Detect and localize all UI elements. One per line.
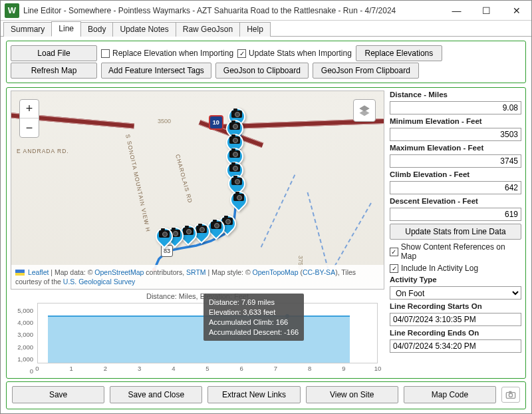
view-on-site-button[interactable]: View on Site bbox=[306, 386, 398, 403]
tab-help[interactable]: Help bbox=[239, 22, 271, 37]
update-stats-on-import-label: Update Stats when Importing bbox=[249, 49, 352, 58]
tab-body[interactable]: Body bbox=[80, 22, 113, 37]
zoom-in-button[interactable]: + bbox=[20, 100, 39, 118]
elevation-chart[interactable]: Distance: Miles, Elevation: Feet 01,0002… bbox=[11, 292, 384, 375]
load-file-button[interactable]: Load File bbox=[11, 45, 97, 61]
replace-elev-on-import-label: Replace Elevation when Importing bbox=[112, 49, 233, 58]
replace-elev-on-import-checkbox[interactable]: Replace Elevation when Importing bbox=[101, 49, 233, 58]
titlebar: W Line Editor - Somewhere - Pointless Wa… bbox=[1, 1, 531, 21]
map-code-button[interactable]: Map Code bbox=[404, 386, 496, 403]
max-elev-input[interactable] bbox=[390, 154, 521, 168]
tab-summary[interactable]: Summary bbox=[3, 22, 52, 37]
tab-line[interactable]: Line bbox=[51, 21, 81, 37]
add-feature-tags-button[interactable]: Add Feature Intersect Tags bbox=[101, 63, 211, 79]
svg-point-2 bbox=[509, 393, 512, 397]
layers-button[interactable] bbox=[353, 99, 376, 122]
road-label-sonoita: S SONOITA MOUNTAIN VIEW H bbox=[124, 134, 152, 233]
usgs-link[interactable]: U.S. Geological Survey bbox=[63, 278, 136, 286]
app-window: W Line Editor - Somewhere - Pointless Wa… bbox=[0, 0, 532, 414]
starts-on-input[interactable] bbox=[390, 313, 521, 326]
license-link[interactable]: CC-BY-SA bbox=[303, 268, 335, 276]
bottom-bar: Save Save and Close Extract New Links Vi… bbox=[6, 381, 526, 409]
activity-type-select[interactable]: On Foot bbox=[390, 286, 521, 300]
tab-raw-geojson[interactable]: Raw GeoJson bbox=[176, 22, 240, 37]
distance-label: Distance - Miles bbox=[390, 91, 521, 99]
map-attribution: Leaflet | Map data: © OpenStreetMap cont… bbox=[11, 265, 384, 289]
include-log-checkbox[interactable]: ✓Include In Activity Log bbox=[390, 264, 521, 273]
srtm-link[interactable]: SRTM bbox=[186, 268, 206, 276]
stats-panel: Distance - Miles Minimum Elevation - Fee… bbox=[390, 91, 521, 375]
extract-links-button[interactable]: Extract New Links bbox=[207, 386, 300, 403]
maximize-button[interactable]: ☐ bbox=[471, 1, 501, 20]
tab-strip: SummaryLineBodyUpdate NotesRaw GeoJsonHe… bbox=[1, 21, 531, 37]
svg-rect-3 bbox=[509, 391, 511, 393]
main-frame: 10 E ANDRADA RD. S SONOITA MOUNTAIN VIEW… bbox=[6, 87, 526, 379]
show-refs-checkbox[interactable]: ✓Show Content References on Map bbox=[390, 242, 521, 261]
flag-icon bbox=[15, 270, 25, 276]
min-elev-input[interactable] bbox=[390, 128, 521, 141]
climb-elev-input[interactable] bbox=[390, 181, 521, 194]
descent-elev-label: Descent Elevation - Feet bbox=[390, 197, 521, 205]
geojson-from-clipboard-button[interactable]: GeoJson From Clipboard bbox=[313, 63, 419, 79]
update-stats-button[interactable]: Update Stats from Line Data bbox=[390, 224, 521, 240]
photo-marker[interactable] bbox=[230, 191, 247, 214]
minimize-button[interactable]: — bbox=[442, 1, 471, 20]
screenshot-icon[interactable] bbox=[501, 387, 520, 403]
update-stats-on-import-checkbox[interactable]: ✓ Update Stats when Importing bbox=[237, 49, 352, 58]
close-button[interactable]: ✕ bbox=[501, 1, 531, 20]
road-label-charolais: CHAROLAIS RD bbox=[174, 154, 194, 204]
activity-type-label: Activity Type bbox=[390, 276, 521, 284]
ends-on-input[interactable] bbox=[390, 339, 521, 353]
min-elev-label: Minimum Elevation - Feet bbox=[390, 117, 521, 125]
save-button[interactable]: Save bbox=[12, 386, 104, 403]
zoom-control: + − bbox=[19, 99, 39, 138]
max-elev-label: Maximum Elevation - Feet bbox=[390, 144, 521, 152]
descent-elev-input[interactable] bbox=[390, 208, 521, 221]
contour-label: 3500 bbox=[158, 118, 171, 124]
distance-input[interactable] bbox=[390, 101, 521, 114]
geojson-to-clipboard-button[interactable]: GeoJson to Clipboard bbox=[215, 63, 309, 79]
interstate-shield: 10 bbox=[209, 115, 223, 130]
photo-marker[interactable] bbox=[156, 228, 173, 250]
climb-elev-label: Climb Elevation - Feet bbox=[390, 170, 521, 178]
save-close-button[interactable]: Save and Close bbox=[110, 386, 202, 403]
window-title: Line Editor - Somewhere - Pointless Waym… bbox=[23, 6, 442, 15]
replace-elevations-button[interactable]: Replace Elevations bbox=[356, 45, 442, 61]
zoom-out-button[interactable]: − bbox=[20, 118, 39, 137]
leaflet-link[interactable]: Leaflet bbox=[28, 268, 49, 276]
opentopomap-link[interactable]: OpenTopoMap bbox=[253, 268, 299, 276]
refresh-map-button[interactable]: Refresh Map bbox=[11, 63, 97, 79]
app-icon: W bbox=[5, 3, 19, 18]
tab-update-notes[interactable]: Update Notes bbox=[112, 22, 176, 37]
ends-on-label: Line Recording Ends On bbox=[390, 329, 521, 337]
chart-tooltip: Distance: 7.69 miles Elevation: 3,633 fe… bbox=[203, 294, 304, 341]
road-label-andrada: E ANDRADA RD. bbox=[17, 148, 69, 154]
osm-link[interactable]: OpenStreetMap bbox=[94, 268, 144, 276]
chart-title: Distance: Miles, Elevation: Feet bbox=[11, 292, 384, 300]
starts-on-label: Line Recording Starts On bbox=[390, 302, 521, 310]
map-pane[interactable]: 10 E ANDRADA RD. S SONOITA MOUNTAIN VIEW… bbox=[11, 91, 384, 290]
toolbar-frame: Load File Replace Elevation when Importi… bbox=[6, 41, 526, 83]
